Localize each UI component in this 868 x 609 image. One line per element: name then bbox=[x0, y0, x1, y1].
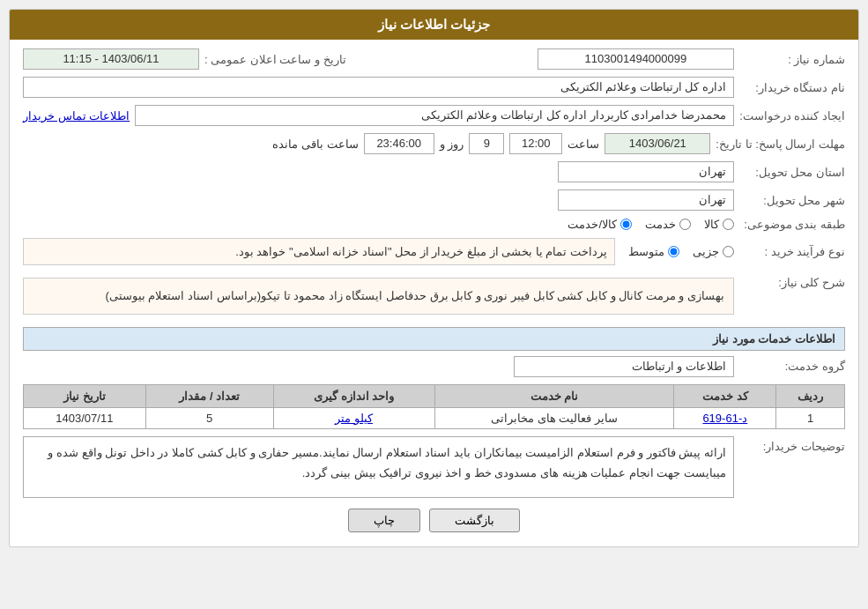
buyer-notes-row: توضیحات خریدار: ارائه پیش فاکتور و فرم ا… bbox=[23, 436, 845, 498]
process-label: نوع فرآیند خرید : bbox=[739, 245, 845, 258]
send-days-value: 9 bbox=[469, 133, 504, 154]
city-value: تهران bbox=[558, 189, 734, 211]
public-announce-label: تاریخ و ساعت اعلان عمومی : bbox=[204, 53, 346, 66]
process-radio-group: جزیی متوسط پرداخت تمام یا بخشی از مبلغ خ… bbox=[23, 238, 734, 265]
send-date-value: 1403/06/21 bbox=[605, 133, 710, 154]
back-button[interactable]: بازگشت bbox=[429, 509, 520, 532]
process-jozi-label: جزیی bbox=[693, 245, 719, 258]
province-value: تهران bbox=[558, 161, 734, 182]
province-label: استان محل تحویل: bbox=[739, 166, 845, 179]
process-motevasset-label: متوسط bbox=[628, 245, 664, 258]
send-days-label: روز و bbox=[440, 137, 464, 151]
process-jozi-item[interactable]: جزیی bbox=[693, 245, 734, 258]
need-desc-value: بهسازی و مرمت کانال و کابل کشی کابل فیبر… bbox=[23, 278, 734, 314]
print-button[interactable]: چاپ bbox=[348, 509, 420, 532]
buyer-notes-value: ارائه پیش فاکتور و فرم استعلام الزامیست … bbox=[23, 436, 734, 498]
send-time-label: ساعت bbox=[568, 137, 599, 151]
category-kala-khedmat-label: کالا/خدمت bbox=[568, 218, 617, 231]
services-table: ردیف کد خدمت نام خدمت واحد اندازه گیری ت… bbox=[23, 384, 845, 429]
announce-date-value: 1403/06/11 - 11:15 bbox=[23, 48, 199, 70]
col-date-header: تاریخ نیاز bbox=[24, 384, 146, 407]
need-number-row: شماره نیاز : 1103001494000099 تاریخ و سا… bbox=[23, 48, 845, 70]
process-motevasset-radio[interactable] bbox=[668, 246, 679, 257]
category-kala-item[interactable]: کالا bbox=[704, 218, 734, 231]
cell-date: 1403/07/11 bbox=[24, 407, 146, 428]
category-khedmat-label: خدمت bbox=[645, 218, 676, 231]
category-kala-label: کالا bbox=[704, 218, 719, 231]
page-title: جزئیات اطلاعات نیاز bbox=[378, 17, 490, 32]
process-jozi-radio[interactable] bbox=[723, 246, 734, 257]
process-row: نوع فرآیند خرید : جزیی متوسط پرداخت تمام… bbox=[23, 238, 845, 265]
category-row: طبقه بندی موضوعی: کالا خدمت کالا/خدمت bbox=[23, 218, 845, 231]
process-motevasset-item[interactable]: متوسط bbox=[628, 245, 679, 258]
city-label: شهر محل تحویل: bbox=[739, 194, 845, 207]
buyer-station-label: نام دستگاه خریدار: bbox=[739, 81, 845, 94]
service-group-row: گروه خدمت: اطلاعات و ارتباطات bbox=[23, 356, 845, 377]
send-remaining-value: 23:46:00 bbox=[364, 133, 434, 154]
need-number-value: 1103001494000099 bbox=[538, 48, 734, 70]
page-header: جزئیات اطلاعات نیاز bbox=[10, 10, 858, 40]
col-qty-header: تعداد / مقدار bbox=[145, 384, 273, 407]
cell-unit: کیلو متر bbox=[273, 407, 434, 428]
service-group-label: گروه خدمت: bbox=[739, 360, 845, 373]
col-code-header: کد خدمت bbox=[674, 384, 776, 407]
city-row: شهر محل تحویل: تهران bbox=[23, 189, 845, 211]
services-section-header: اطلاعات خدمات مورد نیاز bbox=[23, 327, 845, 351]
province-row: استان محل تحویل: تهران bbox=[23, 161, 845, 182]
category-kala-khedmat-item[interactable]: کالا/خدمت bbox=[568, 218, 632, 231]
category-radio-group: کالا خدمت کالا/خدمت bbox=[23, 218, 734, 231]
send-time-value: 12:00 bbox=[509, 133, 562, 154]
category-kala-khedmat-radio[interactable] bbox=[620, 219, 632, 230]
need-desc-label: شرح کلی نیاز: bbox=[739, 272, 845, 289]
cell-code: د-61-619 bbox=[674, 407, 776, 428]
process-note: پرداخت تمام یا بخشی از مبلغ خریدار از مح… bbox=[23, 238, 615, 265]
category-label: طبقه بندی موضوعی: bbox=[739, 218, 845, 231]
contact-link[interactable]: اطلاعات تماس خریدار bbox=[23, 109, 130, 123]
col-name-header: نام خدمت bbox=[434, 384, 674, 407]
category-kala-radio[interactable] bbox=[723, 219, 734, 230]
services-table-section: ردیف کد خدمت نام خدمت واحد اندازه گیری ت… bbox=[23, 384, 845, 429]
creator-row: ایجاد کننده درخواست: محمدرضا خدامرادی کا… bbox=[23, 105, 845, 126]
need-desc-row: شرح کلی نیاز: بهسازی و مرمت کانال و کابل… bbox=[23, 272, 845, 319]
button-row: بازگشت چاپ bbox=[23, 509, 845, 532]
col-row-header: ردیف bbox=[776, 384, 845, 407]
creator-label: ایجاد کننده درخواست: bbox=[739, 109, 845, 123]
cell-qty: 5 bbox=[145, 407, 273, 428]
buyer-station-value: اداره کل ارتباطات وعلائم الکتریکی bbox=[23, 77, 734, 98]
cell-name: سایر فعالیت های مخابراتی bbox=[434, 407, 674, 428]
send-date-label: مهلت ارسال پاسخ: تا تاریخ: bbox=[716, 137, 845, 151]
buyer-station-row: نام دستگاه خریدار: اداره کل ارتباطات وعل… bbox=[23, 77, 845, 98]
send-date-row: مهلت ارسال پاسخ: تا تاریخ: 1403/06/21 سا… bbox=[23, 133, 845, 154]
need-number-label: شماره نیاز : bbox=[739, 53, 845, 66]
col-unit-header: واحد اندازه گیری bbox=[273, 384, 434, 407]
creator-value: محمدرضا خدامرادی کاربردار اداره کل ارتبا… bbox=[135, 105, 734, 126]
cell-row: 1 bbox=[776, 407, 845, 428]
send-remaining-label: ساعت باقی مانده bbox=[272, 137, 358, 151]
category-khedmat-item[interactable]: خدمت bbox=[645, 218, 691, 231]
table-row: 1 د-61-619 سایر فعالیت های مخابراتی کیلو… bbox=[24, 407, 845, 428]
service-group-value: اطلاعات و ارتباطات bbox=[514, 356, 734, 377]
buyer-notes-label: توضیحات خریدار: bbox=[739, 436, 845, 453]
category-khedmat-radio[interactable] bbox=[679, 219, 691, 230]
